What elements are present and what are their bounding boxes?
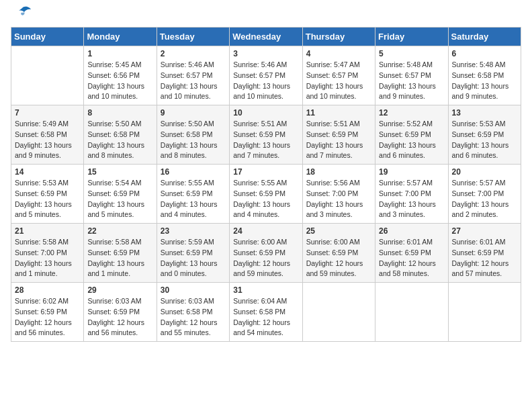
calendar-cell: 1Sunrise: 5:45 AM Sunset: 6:56 PM Daylig… — [84, 46, 157, 105]
calendar-cell: 8Sunrise: 5:50 AM Sunset: 6:58 PM Daylig… — [84, 105, 157, 165]
day-number: 15 — [87, 167, 152, 177]
calendar-cell: 10Sunrise: 5:51 AM Sunset: 6:59 PM Dayli… — [230, 105, 302, 165]
calendar-cell: 22Sunrise: 5:58 AM Sunset: 6:59 PM Dayli… — [84, 224, 157, 283]
day-info: Sunrise: 5:50 AM Sunset: 6:58 PM Dayligh… — [161, 119, 226, 161]
day-header-saturday: Saturday — [448, 28, 521, 46]
day-number: 8 — [87, 108, 152, 118]
day-number: 7 — [15, 108, 80, 118]
day-number: 30 — [161, 285, 226, 295]
calendar-cell: 31Sunrise: 6:04 AM Sunset: 6:58 PM Dayli… — [230, 283, 302, 342]
calendar-cell — [11, 46, 84, 105]
day-number: 31 — [233, 285, 298, 295]
day-number: 3 — [233, 49, 298, 58]
day-header-thursday: Thursday — [302, 28, 375, 46]
day-info: Sunrise: 5:53 AM Sunset: 6:59 PM Dayligh… — [15, 178, 80, 220]
calendar-cell: 23Sunrise: 5:59 AM Sunset: 6:59 PM Dayli… — [157, 224, 229, 283]
calendar-cell: 17Sunrise: 5:55 AM Sunset: 6:59 PM Dayli… — [230, 165, 302, 224]
day-info: Sunrise: 5:58 AM Sunset: 7:00 PM Dayligh… — [15, 237, 80, 279]
day-header-monday: Monday — [84, 28, 157, 46]
calendar-cell: 24Sunrise: 6:00 AM Sunset: 6:59 PM Dayli… — [230, 224, 302, 283]
calendar-cell — [302, 283, 375, 342]
calendar-cell: 29Sunrise: 6:03 AM Sunset: 6:59 PM Dayli… — [84, 283, 157, 342]
day-info: Sunrise: 6:00 AM Sunset: 6:59 PM Dayligh… — [306, 237, 371, 279]
day-info: Sunrise: 5:47 AM Sunset: 6:57 PM Dayligh… — [306, 60, 371, 102]
calendar-cell — [375, 283, 448, 342]
day-info: Sunrise: 6:01 AM Sunset: 6:59 PM Dayligh… — [379, 237, 444, 279]
day-info: Sunrise: 5:58 AM Sunset: 6:59 PM Dayligh… — [87, 237, 152, 279]
day-info: Sunrise: 6:00 AM Sunset: 6:59 PM Dayligh… — [233, 237, 298, 279]
day-info: Sunrise: 5:54 AM Sunset: 6:59 PM Dayligh… — [87, 178, 152, 220]
calendar-cell: 16Sunrise: 5:55 AM Sunset: 6:59 PM Dayli… — [157, 165, 229, 224]
calendar-cell: 11Sunrise: 5:51 AM Sunset: 6:59 PM Dayli… — [302, 105, 375, 165]
day-number: 2 — [161, 49, 226, 58]
calendar-cell: 2Sunrise: 5:46 AM Sunset: 6:57 PM Daylig… — [157, 46, 229, 105]
header — [11, 11, 521, 20]
day-number: 28 — [15, 285, 80, 295]
day-info: Sunrise: 5:56 AM Sunset: 7:00 PM Dayligh… — [306, 178, 371, 220]
day-info: Sunrise: 5:59 AM Sunset: 6:59 PM Dayligh… — [161, 237, 226, 279]
day-info: Sunrise: 5:50 AM Sunset: 6:58 PM Dayligh… — [87, 119, 152, 161]
day-number: 17 — [233, 167, 298, 177]
day-number: 19 — [379, 167, 444, 177]
day-number: 18 — [306, 167, 371, 177]
day-info: Sunrise: 5:46 AM Sunset: 6:57 PM Dayligh… — [233, 60, 298, 102]
day-info: Sunrise: 5:45 AM Sunset: 6:56 PM Dayligh… — [87, 60, 152, 102]
calendar-cell — [448, 283, 521, 342]
day-number: 5 — [379, 49, 444, 58]
calendar-cell: 25Sunrise: 6:00 AM Sunset: 6:59 PM Dayli… — [302, 224, 375, 283]
day-info: Sunrise: 6:03 AM Sunset: 6:58 PM Dayligh… — [161, 296, 226, 338]
day-number: 1 — [87, 49, 152, 58]
logo — [11, 11, 32, 20]
day-info: Sunrise: 5:55 AM Sunset: 6:59 PM Dayligh… — [161, 178, 226, 220]
logo-bird-icon — [12, 5, 32, 20]
day-header-sunday: Sunday — [11, 28, 84, 46]
calendar-cell: 14Sunrise: 5:53 AM Sunset: 6:59 PM Dayli… — [11, 165, 84, 224]
calendar-cell: 15Sunrise: 5:54 AM Sunset: 6:59 PM Dayli… — [84, 165, 157, 224]
day-info: Sunrise: 5:57 AM Sunset: 7:00 PM Dayligh… — [379, 178, 444, 220]
day-number: 13 — [452, 108, 517, 118]
calendar-cell: 5Sunrise: 5:48 AM Sunset: 6:57 PM Daylig… — [375, 46, 448, 105]
day-number: 23 — [161, 226, 226, 236]
day-number: 26 — [379, 226, 444, 236]
day-info: Sunrise: 5:51 AM Sunset: 6:59 PM Dayligh… — [306, 119, 371, 161]
day-info: Sunrise: 5:55 AM Sunset: 6:59 PM Dayligh… — [233, 178, 298, 220]
day-number: 24 — [233, 226, 298, 236]
calendar-cell: 28Sunrise: 6:02 AM Sunset: 6:59 PM Dayli… — [11, 283, 84, 342]
day-info: Sunrise: 5:48 AM Sunset: 6:57 PM Dayligh… — [379, 60, 444, 102]
day-info: Sunrise: 5:51 AM Sunset: 6:59 PM Dayligh… — [233, 119, 298, 161]
day-info: Sunrise: 5:52 AM Sunset: 6:59 PM Dayligh… — [379, 119, 444, 161]
calendar-cell: 9Sunrise: 5:50 AM Sunset: 6:58 PM Daylig… — [157, 105, 229, 165]
day-number: 14 — [15, 167, 80, 177]
day-info: Sunrise: 5:57 AM Sunset: 7:00 PM Dayligh… — [452, 178, 517, 220]
day-number: 9 — [161, 108, 226, 118]
day-info: Sunrise: 5:53 AM Sunset: 6:59 PM Dayligh… — [452, 119, 517, 161]
day-info: Sunrise: 5:49 AM Sunset: 6:58 PM Dayligh… — [15, 119, 80, 161]
day-number: 11 — [306, 108, 371, 118]
calendar-cell: 3Sunrise: 5:46 AM Sunset: 6:57 PM Daylig… — [230, 46, 302, 105]
calendar-cell: 30Sunrise: 6:03 AM Sunset: 6:58 PM Dayli… — [157, 283, 229, 342]
day-number: 21 — [15, 226, 80, 236]
calendar-cell: 27Sunrise: 6:01 AM Sunset: 6:59 PM Dayli… — [448, 224, 521, 283]
calendar-cell: 4Sunrise: 5:47 AM Sunset: 6:57 PM Daylig… — [302, 46, 375, 105]
calendar-cell: 7Sunrise: 5:49 AM Sunset: 6:58 PM Daylig… — [11, 105, 84, 165]
day-number: 22 — [87, 226, 152, 236]
day-number: 10 — [233, 108, 298, 118]
calendar-cell: 21Sunrise: 5:58 AM Sunset: 7:00 PM Dayli… — [11, 224, 84, 283]
day-info: Sunrise: 6:03 AM Sunset: 6:59 PM Dayligh… — [87, 296, 152, 338]
day-number: 29 — [87, 285, 152, 295]
calendar-table: SundayMondayTuesdayWednesdayThursdayFrid… — [11, 27, 521, 342]
calendar-cell: 6Sunrise: 5:48 AM Sunset: 6:58 PM Daylig… — [448, 46, 521, 105]
day-info: Sunrise: 6:01 AM Sunset: 6:59 PM Dayligh… — [452, 237, 517, 279]
day-number: 16 — [161, 167, 226, 177]
day-number: 27 — [452, 226, 517, 236]
day-number: 4 — [306, 49, 371, 58]
day-number: 6 — [452, 49, 517, 58]
calendar-cell: 12Sunrise: 5:52 AM Sunset: 6:59 PM Dayli… — [375, 105, 448, 165]
day-info: Sunrise: 6:04 AM Sunset: 6:58 PM Dayligh… — [233, 296, 298, 338]
day-number: 12 — [379, 108, 444, 118]
calendar-cell: 20Sunrise: 5:57 AM Sunset: 7:00 PM Dayli… — [448, 165, 521, 224]
day-header-tuesday: Tuesday — [157, 28, 229, 46]
calendar-cell: 13Sunrise: 5:53 AM Sunset: 6:59 PM Dayli… — [448, 105, 521, 165]
calendar-cell: 26Sunrise: 6:01 AM Sunset: 6:59 PM Dayli… — [375, 224, 448, 283]
day-number: 20 — [452, 167, 517, 177]
